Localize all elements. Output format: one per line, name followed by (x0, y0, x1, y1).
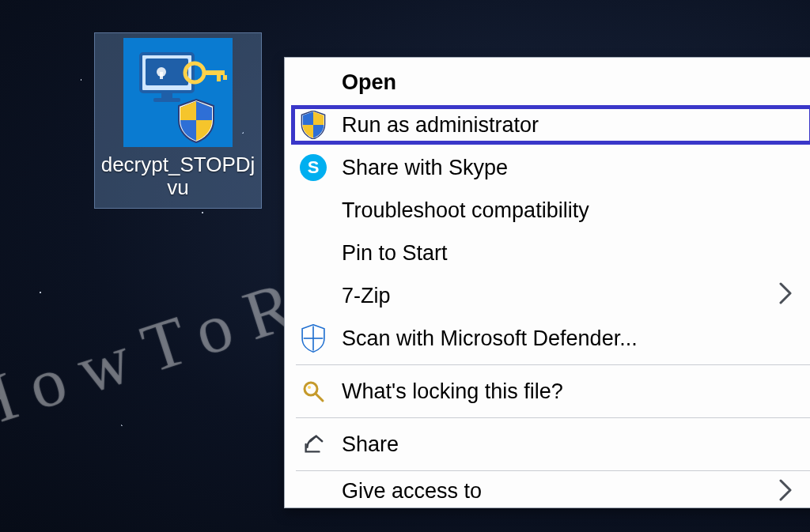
chevron-right-icon (778, 479, 797, 507)
menu-item-label: What's locking this file? (342, 379, 797, 404)
context-menu: Open Run as administrator S Share with S… (284, 57, 810, 508)
svg-line-13 (316, 394, 323, 401)
svg-rect-4 (161, 92, 172, 98)
menu-item-label: Pin to Start (342, 241, 797, 266)
menu-item-give-access-to[interactable]: Give access to (285, 476, 810, 507)
menu-item-label: Run as administrator (342, 113, 797, 138)
svg-rect-3 (160, 72, 163, 79)
menu-separator (296, 417, 810, 418)
svg-rect-1 (146, 58, 188, 85)
menu-separator (296, 470, 810, 471)
menu-item-label: Share (342, 432, 797, 457)
menu-item-pin-to-start[interactable]: Pin to Start (285, 232, 810, 274)
menu-item-open[interactable]: Open (285, 61, 810, 104)
svg-rect-9 (223, 75, 227, 80)
menu-item-7zip[interactable]: 7-Zip (285, 274, 810, 317)
desktop-icon-decrypt-stopdjvu[interactable]: decrypt_STOPDjvu (95, 33, 261, 208)
svg-rect-5 (153, 98, 180, 102)
share-icon (285, 432, 342, 456)
menu-item-label: Open (342, 70, 797, 95)
magnifier-icon (285, 379, 342, 403)
menu-item-label: Troubleshoot compatibility (342, 198, 797, 223)
skype-icon: S (285, 153, 342, 182)
menu-item-whats-locking[interactable]: What's locking this file? (285, 370, 810, 413)
svg-rect-7 (202, 70, 225, 75)
menu-item-troubleshoot-compatibility[interactable]: Troubleshoot compatibility (285, 189, 810, 232)
menu-separator (296, 364, 810, 365)
chevron-right-icon (778, 282, 797, 310)
menu-item-share[interactable]: Share (285, 423, 810, 466)
menu-item-label: Share with Skype (342, 156, 797, 180)
menu-item-share-with-skype[interactable]: S Share with Skype (285, 146, 810, 189)
menu-item-label: 7-Zip (342, 284, 778, 308)
desktop-icon-tile (123, 38, 233, 147)
menu-item-run-as-administrator[interactable]: Run as administrator (285, 104, 810, 146)
svg-point-14 (308, 386, 311, 389)
svg-rect-8 (217, 75, 221, 81)
menu-item-label: Give access to (342, 479, 778, 504)
desktop-icon-label: decrypt_STOPDjvu (98, 153, 258, 198)
svg-text:S: S (308, 157, 320, 177)
uac-shield-icon (285, 111, 342, 139)
menu-item-label: Scan with Microsoft Defender... (342, 326, 797, 351)
menu-item-scan-defender[interactable]: Scan with Microsoft Defender... (285, 317, 810, 360)
defender-shield-icon (285, 324, 342, 353)
